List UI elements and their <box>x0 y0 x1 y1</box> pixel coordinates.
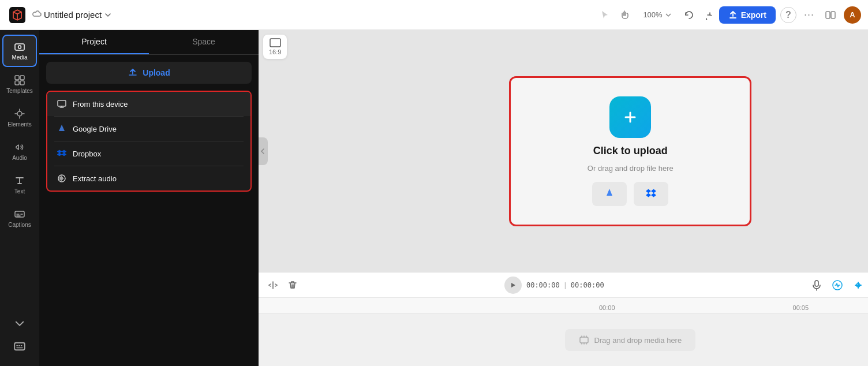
dropdown-item-from-device[interactable]: From this device <box>47 92 250 116</box>
panel-tabs: Project Space <box>39 30 259 55</box>
dropdown-item-extract-audio[interactable]: Extract audio <box>47 166 250 191</box>
snap-button[interactable] <box>850 277 866 293</box>
header: Untitled project 100% Export ? ··· A <box>0 0 868 30</box>
upload-button-area: Upload <box>39 55 259 88</box>
main-body: Media Templates Elements Audio Text Capt… <box>0 30 868 366</box>
zoom-chevron-icon <box>665 12 672 18</box>
delete-button[interactable] <box>285 278 300 293</box>
export-button[interactable]: Export <box>719 6 776 24</box>
chevron-down-icon <box>104 11 112 19</box>
timeline-controls: 00:00:00 | 00:00:00 <box>259 272 868 298</box>
collapse-arrow-icon <box>260 147 266 156</box>
sidebar-collapse-button[interactable] <box>9 313 30 334</box>
upload-plus-button[interactable] <box>609 96 651 138</box>
ruler-mark-1: 00:05 <box>793 304 809 311</box>
waveform-button[interactable] <box>829 277 845 293</box>
timeline-area: 00:00:00 | 00:00:00 <box>259 272 868 366</box>
right-area: 16:9 Click to upload Or drag and <box>259 30 868 366</box>
cloud-icon <box>32 10 42 20</box>
monitor-icon <box>57 99 67 109</box>
elements-icon <box>14 108 25 119</box>
google-drive-service-button[interactable] <box>592 182 627 206</box>
templates-icon <box>14 74 25 86</box>
svg-rect-8 <box>20 81 24 85</box>
svg-rect-12 <box>58 100 66 106</box>
dropbox-icon <box>57 148 67 159</box>
service-buttons <box>592 182 668 206</box>
zoom-level[interactable]: 100% <box>638 10 676 19</box>
upload-button[interactable]: Upload <box>46 62 252 84</box>
play-button[interactable] <box>504 277 522 294</box>
more-options-button[interactable]: ··· <box>801 6 817 24</box>
audio-icon <box>14 141 25 153</box>
svg-rect-11 <box>14 343 25 350</box>
redo-button[interactable] <box>698 7 714 23</box>
film-icon <box>579 335 589 345</box>
timestamp-total: 00:00:00 <box>571 281 604 289</box>
svg-rect-6 <box>20 76 24 80</box>
upload-drop-area[interactable]: Click to upload Or drag and drop file he… <box>509 76 751 226</box>
microphone-button[interactable] <box>809 277 825 293</box>
left-panel: Project Space Upload From this device <box>39 30 259 366</box>
timeline-ruler: 00:00 00:05 00:10 <box>259 298 868 314</box>
drag-drop-hint: Drag and drop media here <box>565 329 695 351</box>
dropbox-service-icon <box>644 187 658 201</box>
undo-button[interactable] <box>681 7 697 23</box>
project-name-text: Untitled project <box>44 10 102 20</box>
timestamp-current: 00:00:00 <box>526 281 560 289</box>
tab-space[interactable]: Space <box>149 30 259 54</box>
timeline-track[interactable]: Drag and drop media here <box>259 314 868 366</box>
split-view-icon <box>825 9 836 21</box>
canvas-area: 16:9 Click to upload Or drag and <box>259 30 868 272</box>
project-name-display[interactable]: Untitled project <box>32 10 112 20</box>
sidebar-keyboard-button[interactable] <box>9 336 30 357</box>
upload-icon <box>128 68 138 78</box>
split-view-button[interactable] <box>822 6 839 24</box>
play-icon <box>509 281 517 289</box>
svg-rect-5 <box>15 76 19 80</box>
sidebar-item-media[interactable]: Media <box>2 35 37 67</box>
panel-collapse-toggle[interactable] <box>259 137 268 165</box>
snap-icon <box>852 279 864 291</box>
svg-rect-1 <box>826 12 830 18</box>
svg-rect-3 <box>15 44 24 50</box>
dropdown-item-google-drive[interactable]: Google Drive <box>47 117 250 141</box>
sidebar-item-captions[interactable]: Captions <box>2 202 37 234</box>
dropbox-service-button[interactable] <box>634 182 668 206</box>
trash-icon <box>287 280 298 290</box>
aspect-ratio-icon <box>270 38 281 47</box>
google-drive-icon <box>57 124 67 134</box>
microphone-icon <box>811 279 822 291</box>
pointer-tool-button[interactable] <box>597 7 613 23</box>
svg-point-4 <box>18 46 21 48</box>
canvas-center: Click to upload Or drag and drop file he… <box>259 30 868 272</box>
google-drive-service-icon <box>603 187 616 201</box>
aspect-ratio-selector[interactable]: 16:9 <box>263 35 287 59</box>
sidebar-icons: Media Templates Elements Audio Text Capt… <box>0 30 39 366</box>
sidebar-item-elements[interactable]: Elements <box>2 102 37 134</box>
help-button[interactable]: ? <box>780 7 796 23</box>
dropdown-item-dropbox[interactable]: Dropbox <box>47 141 250 166</box>
svg-point-13 <box>58 175 65 182</box>
plus-icon <box>621 108 639 126</box>
split-icon <box>268 280 278 290</box>
chevron-down-small-icon <box>14 318 25 329</box>
svg-rect-14 <box>270 39 280 47</box>
sidebar-item-templates[interactable]: Templates <box>2 68 37 100</box>
media-icon <box>14 41 25 53</box>
avatar[interactable]: A <box>844 6 861 24</box>
svg-rect-22 <box>580 337 588 343</box>
captions-icon <box>14 208 25 220</box>
tab-project[interactable]: Project <box>39 30 149 54</box>
upload-subtitle: Or drag and drop file here <box>588 164 674 173</box>
sidebar-item-audio[interactable]: Audio <box>2 135 37 167</box>
ruler-mark-0: 00:00 <box>599 304 615 311</box>
svg-rect-16 <box>815 281 818 286</box>
split-tool-button[interactable] <box>265 278 280 293</box>
waveform-icon <box>832 279 843 291</box>
hand-tool-button[interactable] <box>618 7 634 23</box>
sidebar-item-text[interactable]: Text <box>2 169 37 201</box>
keyboard-icon <box>14 341 25 352</box>
export-icon <box>728 10 738 20</box>
svg-point-9 <box>17 111 22 116</box>
